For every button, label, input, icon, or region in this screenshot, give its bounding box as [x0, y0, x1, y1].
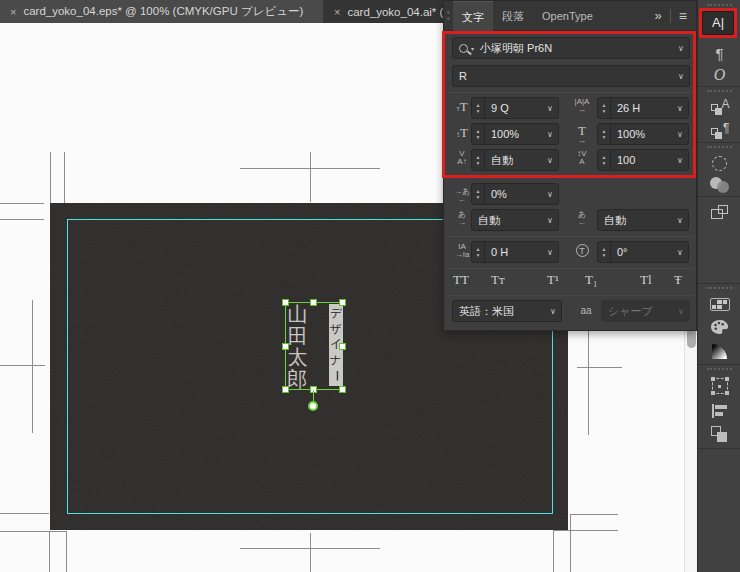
trim-mark	[66, 531, 67, 572]
appearance-panel-icon[interactable]	[698, 152, 740, 174]
tracking-field[interactable]: ▲▼ 100 ∨	[597, 149, 689, 171]
font-style-field[interactable]: R ∨	[452, 65, 690, 87]
strikethrough-button[interactable]: Ŧ	[674, 272, 682, 293]
vertical-scale-field[interactable]: ▲▼ 100% ∨	[471, 123, 559, 145]
paragraph-panel-icon[interactable]: ¶	[698, 42, 740, 64]
chevron-down-icon[interactable]: ∨	[673, 72, 689, 81]
superscript-button[interactable]: T¹	[547, 272, 559, 293]
language-field[interactable]: 英語：米国 ∨	[452, 300, 562, 322]
selection-handle[interactable]	[339, 299, 346, 306]
dock-grip-icon[interactable]	[707, 4, 732, 6]
character-panel-icon[interactable]: A|	[702, 11, 734, 35]
dock-grip-icon[interactable]	[707, 287, 732, 289]
trim-mark	[0, 219, 44, 220]
chevron-down-icon[interactable]: ∨	[672, 248, 688, 257]
doc-tab-eps[interactable]: × card_yoko_04.eps* @ 100% (CMYK/GPU プレビ…	[0, 0, 324, 23]
chevron-down-icon[interactable]: ∨	[542, 248, 558, 257]
swatches-panel-icon[interactable]	[698, 293, 740, 315]
chevron-down-icon[interactable]: ∨	[673, 44, 689, 53]
selection-handle[interactable]	[339, 343, 346, 350]
stepper[interactable]: ▲▼	[472, 150, 485, 170]
panel-menu-icon[interactable]: ≡	[675, 8, 696, 24]
center-mark-left	[0, 365, 45, 366]
tab-paragraph[interactable]: 段落	[493, 1, 533, 31]
aki-left-field[interactable]: 自動 ∨	[471, 209, 559, 231]
kerning-icon: VA↑	[452, 150, 472, 166]
chevron-down-icon[interactable]: ∨	[672, 156, 688, 165]
dock-grip-icon[interactable]	[707, 90, 732, 92]
leading-icon: |A|A↔	[572, 98, 592, 114]
aki-right-field[interactable]: 自動 ∨	[597, 209, 689, 231]
opentype-panel-icon[interactable]: O	[698, 64, 740, 86]
tab-opentype[interactable]: OpenType	[533, 1, 602, 31]
close-icon[interactable]: ×	[334, 6, 340, 18]
character-styles-panel-icon[interactable]: A	[698, 95, 740, 117]
selection-handle[interactable]	[310, 299, 317, 306]
stepper[interactable]: ▲▼	[472, 124, 485, 144]
stepper[interactable]: ▲▼	[472, 98, 485, 118]
close-icon[interactable]: ×	[10, 6, 16, 18]
antialias-field[interactable]: シャープ ∨	[601, 300, 690, 322]
character-rotation-icon: T	[572, 244, 592, 257]
font-family-field[interactable]: ▾ 小塚明朝 Pr6N ∨	[452, 37, 690, 59]
align-panel-icon[interactable]	[698, 400, 740, 422]
transform-panel-icon[interactable]	[698, 375, 740, 397]
chevron-down-icon[interactable]: ∨	[542, 216, 558, 225]
color-panel-icon[interactable]	[698, 316, 740, 338]
tsume-field[interactable]: ▲▼ 0% ∨	[471, 183, 559, 205]
horizontal-scale-field[interactable]: ▲▼ 100% ∨	[597, 123, 689, 145]
chevron-down-icon[interactable]: ∨	[542, 130, 558, 139]
gradient-panel-icon[interactable]	[698, 340, 740, 362]
tab-character[interactable]: 文字	[453, 1, 493, 31]
center-mark-bottom	[240, 548, 380, 549]
trim-mark	[0, 203, 44, 204]
chevron-down-icon[interactable]: ∨	[542, 190, 558, 199]
chevron-down-icon[interactable]: ∨	[542, 104, 558, 113]
underline-button[interactable]: Tl	[640, 272, 652, 293]
selection-handle[interactable]	[282, 299, 289, 306]
all-caps-button[interactable]: TT	[453, 272, 469, 293]
chevron-down-icon[interactable]: ∨	[545, 307, 561, 316]
baseline-shift-field[interactable]: ▲▼ 0 H ∨	[471, 241, 559, 263]
divider	[698, 283, 740, 284]
subscript-button[interactable]: T₁	[585, 272, 597, 293]
pathfinder-panel-icon[interactable]	[698, 423, 740, 445]
divider	[698, 196, 740, 197]
dock-grip-icon[interactable]	[707, 146, 732, 148]
stepper[interactable]: ▲▼	[598, 242, 611, 262]
tsume-icon: →あ←	[452, 188, 472, 204]
character-rotation-field[interactable]: ▲▼ 0° ∨	[597, 241, 689, 263]
stepper[interactable]: ▲▼	[598, 124, 611, 144]
leading-field[interactable]: ▲▼ 26 H ∨	[597, 97, 689, 119]
center-mark-bottom	[310, 533, 311, 572]
small-caps-button[interactable]: Tт	[491, 272, 505, 293]
chevron-down-icon[interactable]: ∨	[672, 216, 688, 225]
center-mark-top	[310, 152, 311, 202]
dock-grip-icon[interactable]	[707, 368, 732, 370]
stepper[interactable]: ▲▼	[472, 184, 485, 204]
leading-value: 26 H	[611, 102, 672, 114]
font-size-field[interactable]: ▲▼ 9 Q ∨	[471, 97, 559, 119]
antialias-icon: aa	[576, 306, 596, 316]
tracking-icon: ↕VA	[572, 150, 592, 166]
selection-handle[interactable]	[282, 386, 289, 393]
stepper[interactable]: ▲▼	[472, 242, 485, 262]
selection-handle[interactable]	[282, 343, 289, 350]
paragraph-styles-panel-icon[interactable]: ¶	[698, 119, 740, 141]
text-anchor-point[interactable]	[308, 401, 318, 411]
aki-right-value: 自動	[598, 213, 672, 228]
transparency-panel-icon[interactable]	[698, 174, 740, 196]
trim-mark	[50, 152, 51, 203]
kerning-field[interactable]: ▲▼ 自動 ∨	[471, 149, 559, 171]
stepper[interactable]: ▲▼	[598, 150, 611, 170]
chevron-down-icon[interactable]: ∨	[672, 104, 688, 113]
tsume-value: 0%	[485, 188, 542, 200]
collapse-panel-icon[interactable]: »	[651, 8, 666, 23]
card-name-text[interactable]: 山田太郎	[286, 304, 309, 390]
stepper[interactable]: ▲▼	[598, 98, 611, 118]
artboards-panel-icon[interactable]	[698, 201, 740, 223]
chevron-down-icon[interactable]: ∨	[672, 130, 688, 139]
selection-handle[interactable]	[339, 386, 346, 393]
chevron-down-icon[interactable]: ∨	[673, 307, 689, 316]
chevron-down-icon[interactable]: ∨	[542, 156, 558, 165]
